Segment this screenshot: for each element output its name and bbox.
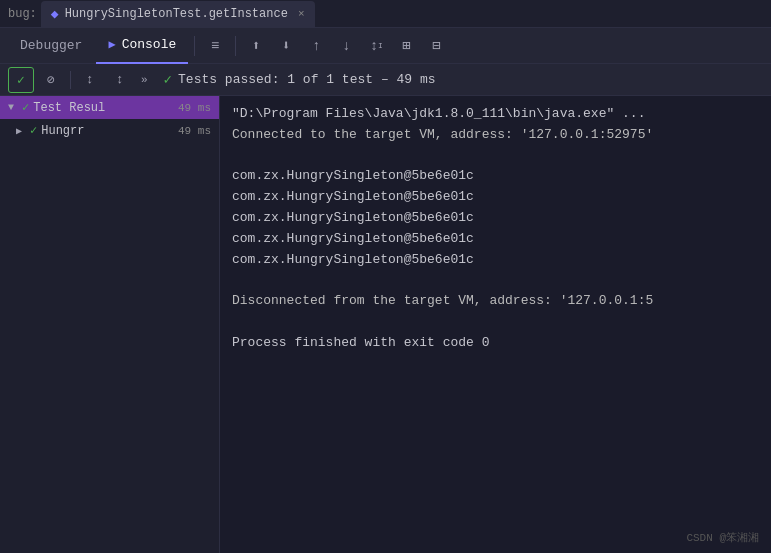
cancel-action-button[interactable]: ⊘ [38, 67, 64, 93]
test-status: ✓ Tests passed: 1 of 1 test – 49 ms [164, 71, 436, 88]
tab-debugger[interactable]: Debugger [8, 28, 94, 64]
console-line-3 [232, 146, 759, 167]
sort-desc-button[interactable]: ↕ [107, 67, 133, 93]
console-output-panel: "D:\Program Files\Java\jdk1.8.0_111\bin\… [220, 96, 771, 553]
watermark: CSDN @笨湘湘 [686, 530, 759, 545]
toolbar-btn-grid2[interactable]: ⊟ [422, 32, 450, 60]
console-line-2: Connected to the target VM, address: '12… [232, 125, 759, 146]
tab-title: HungrySingletonTest.getInstance [65, 7, 288, 21]
toolbar-btn-up[interactable]: ⬆ [242, 32, 270, 60]
arrow-icon-child: ▶ [16, 125, 26, 137]
console-line-9 [232, 270, 759, 291]
more-button[interactable]: » [137, 74, 152, 86]
tree-item-child-time: 49 ms [178, 125, 211, 137]
test-tree-panel: ▼ ✓ Test Resul 49 ms ▶ ✓ Hungrr 49 ms [0, 96, 220, 553]
toolbar-separator-2 [235, 36, 236, 56]
active-tab[interactable]: ◆ HungrySingletonTest.getInstance × [41, 1, 315, 27]
status-check-icon: ✓ [164, 71, 172, 88]
tree-item-child-label: Hungrr [41, 124, 174, 138]
console-line-6: com.zx.HungrySingleton@5be6e01c [232, 208, 759, 229]
toolbar-btn-menu[interactable]: ≡ [201, 32, 229, 60]
toolbar: Debugger ▶ Console ≡ ⬆ ⬇ ↑ ↓ ↕I ⊞ ⊟ [0, 28, 771, 64]
main-area: ▼ ✓ Test Resul 49 ms ▶ ✓ Hungrr 49 ms "D… [0, 96, 771, 553]
sort-asc-button[interactable]: ↕ [77, 67, 103, 93]
console-line-4: com.zx.HungrySingleton@5be6e01c [232, 166, 759, 187]
toolbar-btn-grid[interactable]: ⊞ [392, 32, 420, 60]
debugger-label: Debugger [20, 38, 82, 53]
arrow-icon: ▼ [8, 102, 18, 113]
console-line-5: com.zx.HungrySingleton@5be6e01c [232, 187, 759, 208]
check-action-button[interactable]: ✓ [8, 67, 34, 93]
action-bar: ✓ ⊘ ↕ ↕ » ✓ Tests passed: 1 of 1 test – … [0, 64, 771, 96]
tree-item-time: 49 ms [178, 102, 211, 114]
tree-item-root[interactable]: ▼ ✓ Test Resul 49 ms [0, 96, 219, 119]
console-line-11 [232, 312, 759, 333]
toolbar-btn-down[interactable]: ⬇ [272, 32, 300, 60]
tree-item-child[interactable]: ▶ ✓ Hungrr 49 ms [0, 119, 219, 142]
tab-icon: ◆ [51, 6, 59, 22]
console-line-8: com.zx.HungrySingleton@5be6e01c [232, 250, 759, 271]
console-line-7: com.zx.HungrySingleton@5be6e01c [232, 229, 759, 250]
toolbar-btn-up2[interactable]: ↑ [302, 32, 330, 60]
tab-bar: bug: ◆ HungrySingletonTest.getInstance × [0, 0, 771, 28]
tab-prefix-label: bug: [8, 7, 37, 21]
check-icon: ✓ [22, 100, 29, 115]
toolbar-separator [194, 36, 195, 56]
status-text: Tests passed: 1 of 1 test – 49 ms [178, 72, 435, 87]
tree-item-label: Test Resul [33, 101, 174, 115]
tab-console[interactable]: ▶ Console [96, 28, 188, 64]
toolbar-btn-down2[interactable]: ↓ [332, 32, 360, 60]
check-icon-child: ✓ [30, 123, 37, 138]
tab-close-button[interactable]: × [298, 8, 305, 20]
console-line-12: Process finished with exit code 0 [232, 333, 759, 354]
console-line-1: "D:\Program Files\Java\jdk1.8.0_111\bin\… [232, 104, 759, 125]
console-label: Console [122, 37, 177, 52]
action-separator [70, 71, 71, 89]
console-icon: ▶ [108, 37, 115, 52]
console-line-10: Disconnected from the target VM, address… [232, 291, 759, 312]
toolbar-btn-sort[interactable]: ↕I [362, 32, 390, 60]
